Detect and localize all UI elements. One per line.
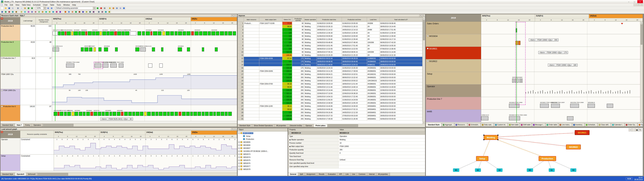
unfix-operation-button[interactable] (85, 10, 88, 14)
print-button[interactable] (11, 7, 14, 10)
operation-bar[interactable] (220, 31, 224, 35)
improve-row[interactable]: 410090Molding31/05/2019 12:35:3031/05/20… (238, 31, 422, 34)
diagram-node-s1[interactable]: S1 (549, 168, 554, 172)
operation-bar[interactable] (178, 112, 182, 116)
operation-bar[interactable] (224, 31, 228, 35)
operation-bar[interactable]: M033785 (84, 48, 88, 52)
window-button-inventory[interactable]: Inventory... (572, 123, 585, 126)
chart-row-label[interactable]: +S019922 (426, 59, 481, 72)
tree-item-m052677[interactable]: +M052677 (238, 165, 288, 168)
operation-bar[interactable]: M033603 (178, 31, 182, 35)
resource-label[interactable]: ITEM 13057 (Ou (0, 73, 20, 89)
operation-bar[interactable]: M9276-01/09 (117, 31, 121, 35)
lock-operation-button[interactable] (92, 10, 95, 14)
property-row-master-operation[interactable]: ◆Master operationMolding (288, 138, 425, 142)
panel-pin-button[interactable]: ▾ (231, 15, 234, 17)
reschedule-run-button[interactable] (96, 7, 99, 10)
assign-operation-button[interactable] (74, 10, 78, 14)
operation-bar[interactable] (202, 48, 204, 52)
property-value[interactable]: 0 (338, 152, 425, 155)
tab-standard-style[interactable]: Standard Style (0, 124, 15, 127)
operation-bar[interactable] (79, 112, 82, 116)
operation-bar[interactable] (98, 112, 101, 116)
column-header-production-quantity[interactable]: Production quantity (292, 18, 304, 22)
window-button-class-defi[interactable]: Class defi... (598, 123, 611, 126)
operation-bar[interactable] (96, 31, 99, 35)
improve-row[interactable]: 27ITEM 2259-11/0098.11265Molding23/05/20… (238, 104, 422, 108)
column-header-row-number[interactable] (238, 18, 244, 22)
improve-row[interactable]: 13100175Molding26/05/2019 08:08:4526/05/… (238, 60, 422, 63)
operation-bar[interactable] (166, 31, 170, 35)
operation-bar[interactable] (90, 112, 93, 116)
zoom-out-button[interactable]: − (632, 128, 635, 132)
improve-row[interactable]: 14100.57175Molding29/05/2019 11:48:0029/… (238, 63, 422, 66)
operation-bar[interactable]: M033581 (74, 112, 78, 116)
operation-bar[interactable] (122, 31, 124, 35)
tree-item-m052675[interactable]: +M052675 (238, 159, 288, 162)
improve-row[interactable]: 29100265Molding24/05/2019 09:16:4524/05/… (238, 111, 422, 114)
operation-bar[interactable] (152, 48, 155, 52)
property-value[interactable]: 265 (338, 148, 425, 152)
day-column-31-5-fri[interactable]: 31/5(Fri)48121620 (100, 131, 146, 138)
order-table-button[interactable] (24, 10, 26, 14)
window-button-calendar-t[interactable]: Calendar t... (611, 123, 624, 126)
operation-bar[interactable] (213, 112, 216, 116)
operation-bar[interactable]: M033264 (194, 31, 198, 35)
operation-bar[interactable] (233, 31, 236, 35)
day-column-2-6-su[interactable]: 2/6(Su48121620 (191, 131, 237, 138)
anchor-operation-button[interactable] (88, 10, 92, 14)
operation-bar[interactable] (106, 31, 110, 35)
tab-operace[interactable]: Operace (304, 124, 314, 127)
improve-row[interactable]: 31100.65265Molding01/06/2019 17:35:0001/… (238, 117, 422, 120)
property-value[interactable] (338, 155, 425, 158)
operation-bar[interactable] (198, 112, 201, 116)
operation-bar[interactable]: M033494 (81, 31, 85, 35)
improve-row[interactable]: 8101.1190Molding24/05/2019 16:51:4524/05… (238, 44, 422, 47)
operation-bar[interactable]: M052666 (117, 112, 120, 116)
property-row-user-specified-setup-time[interactable]: User specified setup time (288, 165, 425, 168)
column-header-status[interactable]: Status (%) (282, 18, 292, 22)
panel-pin-button[interactable]: ▾ (231, 128, 234, 130)
chart-row-label[interactable]: +S019921 (426, 47, 481, 59)
diagram-node-production[interactable]: Production (538, 156, 556, 161)
operation-bar[interactable] (170, 112, 174, 116)
tab-standard-style[interactable]: Standard Style (0, 172, 15, 176)
new-file-button[interactable] (1, 7, 4, 10)
property-value[interactable]: M033834:10 (338, 132, 425, 135)
resource-label[interactable]: Production line 8 (0, 41, 20, 57)
operation-bar[interactable] (136, 112, 139, 116)
chart-vertical-scrollbar[interactable]: ▲▼ (640, 22, 643, 123)
tree-item-s019991-fp-d9-bese-13059-0[interactable]: +S019991-FP D9 BESE 13059-0... (238, 150, 288, 153)
window-button-schedule[interactable]: Schedule... (585, 123, 598, 126)
maximize-button[interactable]: □ (632, 0, 637, 3)
operation-bar[interactable] (186, 112, 190, 116)
column-header-production-end-time[interactable]: Production end time (342, 18, 367, 22)
property-row-time-fixed-level[interactable]: Time fixed level (288, 155, 425, 158)
operation-bar[interactable] (152, 112, 155, 116)
operation-bar[interactable]: ITEM 13058-01/13 (140, 48, 146, 52)
improve-row[interactable]: 22100.23265Molding20/06/2019 10:14:4420/… (238, 89, 422, 92)
improve-row[interactable]: 610090Molding01/06/2019 11:39:4001/06/20… (238, 38, 422, 41)
property-value[interactable]: Operation (338, 135, 425, 138)
fix-operation-button[interactable] (82, 10, 84, 14)
day-column-1-6-sat[interactable]: 1/6(Sat)48121620 (589, 14, 643, 22)
snapshot-button[interactable] (108, 10, 111, 14)
operation-bar[interactable] (209, 112, 213, 116)
property-row-production-quantity[interactable]: Production quantity265 (288, 148, 425, 152)
property-value[interactable]: Molding (338, 138, 425, 142)
tab-hala-7[interactable]: Hala 7 (15, 124, 24, 127)
improve-row[interactable]: 710090Molding04/06/2019 06:48:4004/06/20… (238, 41, 422, 44)
operation-bar[interactable] (83, 112, 86, 116)
operation-bar[interactable] (183, 31, 186, 35)
operation-bar[interactable] (607, 104, 613, 108)
expand-icon[interactable]: + (1, 106, 3, 107)
load-horizontal-scrollbar[interactable] (38, 172, 237, 176)
window-button-order-ga[interactable]: Order Ga... (625, 123, 637, 126)
operation-bar[interactable] (65, 31, 66, 35)
scheduling-parameter-select[interactable]: Default scheduling parameter▼ (55, 7, 96, 10)
operation-bar[interactable]: M033781 (61, 31, 64, 35)
minimize-button[interactable]: – (626, 0, 632, 3)
improve-row[interactable]: 12ITEM 2259-02/0697.14175Molding20/06/20… (238, 57, 422, 60)
diagram-node-s3[interactable]: S3 (570, 168, 576, 172)
improve-row[interactable]: 15101.15175Molding31/05/2019 13:24:1531/… (238, 66, 422, 70)
